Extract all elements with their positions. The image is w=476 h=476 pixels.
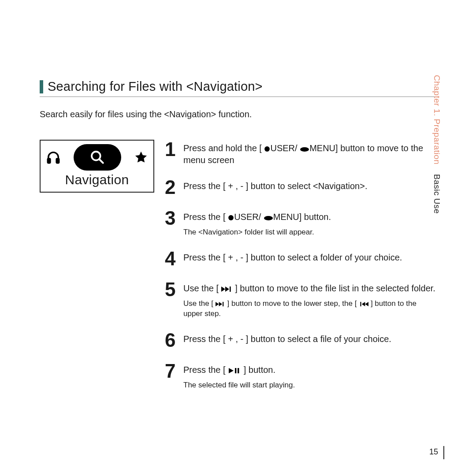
play-pause-icon bbox=[228, 368, 241, 374]
step-text: Press the [ + , - ] button to select a f… bbox=[183, 249, 402, 264]
svg-rect-13 bbox=[223, 302, 223, 306]
step-number: 7 bbox=[165, 361, 178, 381]
svg-marker-12 bbox=[219, 302, 222, 306]
star-icon bbox=[134, 150, 148, 164]
svg-marker-16 bbox=[365, 302, 369, 306]
svg-point-7 bbox=[264, 216, 273, 220]
svg-point-6 bbox=[228, 215, 234, 220]
svg-marker-15 bbox=[362, 302, 365, 306]
step-item: 3 Press the [ USER/ MENU] button. The <N… bbox=[165, 208, 436, 238]
step-number: 2 bbox=[165, 178, 178, 197]
steps-list: 1 Press and hold the [ USER/ MENU] butto… bbox=[165, 140, 436, 402]
step-text: Press the [ ] button. The selected file … bbox=[183, 361, 295, 390]
dot-icon bbox=[228, 215, 234, 221]
svg-marker-17 bbox=[229, 368, 234, 373]
step-text: Press the [ USER/ MENU] button. The <Nav… bbox=[183, 208, 331, 238]
step-number: 4 bbox=[165, 249, 178, 268]
illustration-label: Navigation bbox=[44, 172, 150, 187]
step-note: Use the [ ] button to move to the lower … bbox=[183, 299, 436, 319]
side-tab: Chapter 1. Preparation Basic Use bbox=[432, 75, 442, 214]
intro-text: Search easily for files using the <Navig… bbox=[40, 109, 436, 119]
dot-icon bbox=[264, 146, 270, 152]
svg-point-5 bbox=[300, 147, 309, 152]
svg-point-4 bbox=[265, 146, 270, 152]
step-item: 2 Press the [ + , - ] button to select <… bbox=[165, 178, 436, 197]
step-item: 5 Use the [ ] button to move to the file… bbox=[165, 280, 436, 319]
illustration-top-row bbox=[44, 144, 150, 171]
svg-rect-18 bbox=[235, 368, 236, 373]
svg-line-3 bbox=[100, 160, 103, 163]
oval-icon bbox=[264, 216, 273, 221]
oval-icon bbox=[300, 147, 309, 152]
svg-rect-10 bbox=[230, 286, 231, 292]
navigation-illustration: Navigation bbox=[40, 140, 154, 193]
side-section-label: Basic Use bbox=[432, 171, 442, 214]
section-title-row: Searching for Files with <Navigation> bbox=[40, 79, 436, 97]
side-chapter-label: Chapter 1. Preparation bbox=[432, 75, 442, 168]
step-note: The selected file will start playing. bbox=[183, 380, 295, 390]
next-track-icon bbox=[216, 301, 225, 307]
svg-rect-0 bbox=[48, 159, 50, 163]
step-text: Use the [ ] button to move to the file l… bbox=[183, 280, 436, 319]
step-note: The <Navigation> folder list will appear… bbox=[183, 227, 331, 238]
svg-marker-9 bbox=[225, 286, 229, 292]
step-number: 5 bbox=[165, 280, 178, 299]
magnifier-pill bbox=[74, 144, 121, 171]
step-item: 7 Press the [ ] button. The selected fil… bbox=[165, 361, 436, 390]
headphones-icon bbox=[46, 150, 61, 165]
step-number: 3 bbox=[165, 208, 178, 228]
svg-rect-19 bbox=[238, 368, 239, 373]
prev-track-icon bbox=[359, 301, 368, 307]
step-number: 6 bbox=[165, 331, 178, 350]
step-item: 1 Press and hold the [ USER/ MENU] butto… bbox=[165, 140, 436, 166]
svg-rect-1 bbox=[56, 159, 59, 163]
section-title: Searching for Files with <Navigation> bbox=[48, 79, 263, 94]
step-number: 1 bbox=[165, 140, 178, 159]
manual-page: Chapter 1. Preparation Basic Use Searchi… bbox=[0, 0, 476, 476]
step-item: 4 Press the [ + , - ] button to select a… bbox=[165, 249, 436, 268]
svg-marker-8 bbox=[221, 286, 225, 292]
step-item: 6 Press the [ + , - ] button to select a… bbox=[165, 331, 436, 350]
step-text: Press the [ + , - ] button to select <Na… bbox=[183, 178, 367, 192]
next-track-icon bbox=[221, 286, 233, 292]
svg-marker-11 bbox=[216, 302, 219, 306]
step-text: Press and hold the [ USER/ MENU] button … bbox=[183, 140, 436, 166]
section-accent-bar bbox=[40, 80, 43, 93]
page-number: 15 bbox=[429, 447, 438, 457]
svg-rect-14 bbox=[361, 302, 361, 306]
step-text: Press the [ + , - ] button to select a f… bbox=[183, 331, 391, 345]
body-row: Navigation 1 Press and hold the [ USER/ … bbox=[40, 140, 436, 402]
footer-divider bbox=[443, 446, 444, 459]
